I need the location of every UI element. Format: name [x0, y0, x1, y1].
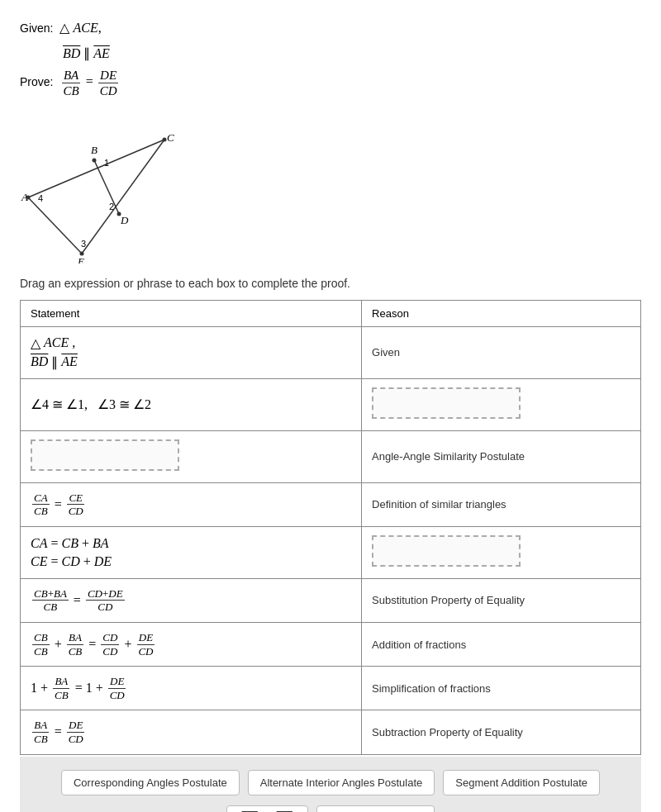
svg-line-2	[28, 197, 82, 254]
reason-subst: Substitution Property of Equality	[362, 578, 641, 622]
options-bar: Corresponding Angles Postulate Alternate…	[20, 757, 641, 812]
ac-congruent-ec-btn[interactable]: AC ≅ EC	[226, 805, 308, 812]
segment-addition-btn[interactable]: Segment Addition Postulate	[443, 770, 600, 795]
dashed-drop-1[interactable]	[372, 387, 521, 419]
given-section: Given: △ ACE, BD ∥ AE Prove: BACB = DECD	[20, 17, 641, 98]
svg-point-14	[93, 158, 97, 162]
ace-text: ACE	[44, 335, 69, 350]
reason-similar: Definition of similar triangles	[362, 482, 641, 526]
prove-label: Prove:	[20, 72, 53, 93]
reason-add-frac: Addition of fractions	[362, 622, 641, 666]
bd-parallel-ae: BD ∥ AE	[63, 42, 110, 66]
proof-table: Statement Reason △ACE, BD ∥ AE	[20, 300, 641, 755]
svg-text:E: E	[77, 255, 84, 264]
bd-overline: BD	[31, 354, 48, 369]
table-row: CBCB + BACB = CDCD + DECD Addition of fr…	[21, 622, 641, 666]
reason-subtract: Subtraction Property of Equality	[362, 710, 641, 754]
triangle-ace: △ ACE,	[59, 17, 101, 40]
table-row: 1 + BACB = 1 + DECD Simplification of fr…	[21, 667, 641, 710]
stmt-simplify: 1 + BACB = 1 + DECD	[21, 667, 362, 710]
drag-instruction: Drag an expression or phrase to each box…	[20, 277, 641, 290]
similar-text: Definition of similar triangles	[372, 498, 506, 510]
table-row: CACB = CECD Definition of similar triang…	[21, 482, 641, 526]
svg-text:C: C	[167, 131, 174, 144]
text-options-row: Corresponding Angles Postulate Alternate…	[61, 770, 600, 795]
stmt-angles: ∠4 ≅ ∠1, ∠3 ≅ ∠2	[21, 378, 362, 430]
corresponding-angles-btn[interactable]: Corresponding Angles Postulate	[61, 770, 240, 795]
dashed-drop-2[interactable]	[31, 439, 179, 471]
table-row: CB+BACB = CD+DECD Substitution Property …	[21, 578, 641, 622]
svg-text:B: B	[91, 144, 97, 156]
svg-text:D: D	[120, 214, 129, 226]
table-row: Angle-Angle Similarity Postulate	[21, 430, 641, 482]
reason-aa: Angle-Angle Similarity Postulate	[362, 430, 641, 482]
stmt-add-frac: CBCB + BACB = CDCD + DECD	[21, 622, 362, 666]
stmt-subst: CB+BACB = CD+DECD	[21, 578, 362, 622]
reason-given: Given	[362, 326, 641, 378]
svg-point-17	[80, 251, 84, 255]
svg-point-13	[26, 195, 31, 199]
prove-expr: BACB = DECD	[59, 68, 120, 98]
stmt-two-lines: CA = CB + BA CE = CD + DE	[21, 526, 362, 578]
table-row: CA = CB + BA CE = CD + DE	[21, 526, 641, 578]
stmt-frac1: CACB = CECD	[21, 482, 362, 526]
svg-text:2: 2	[109, 202, 114, 211]
aa-text: Angle-Angle Similarity Postulate	[372, 450, 525, 463]
alternate-interior-btn[interactable]: Alternate Interior Angles Postulate	[248, 770, 435, 795]
add-frac-text: Addition of fractions	[372, 639, 466, 651]
reason-dashed-3[interactable]	[362, 526, 641, 578]
diagram: A B C D E 4 1 2 3	[20, 107, 202, 264]
ace-similar-bcd-btn[interactable]: △ ACE ~ △ BCD	[316, 805, 435, 812]
math-options-row: AC ≅ EC △ ACE ~ △ BCD	[226, 805, 435, 812]
svg-text:4: 4	[38, 193, 43, 203]
triangle-symbol: △	[31, 335, 40, 351]
page: Given: △ ACE, BD ∥ AE Prove: BACB = DECD	[0, 0, 661, 812]
subst-text: Substitution Property of Equality	[372, 594, 525, 606]
svg-text:3: 3	[81, 239, 86, 249]
dashed-drop-3[interactable]	[372, 535, 521, 567]
stmt-given: △ACE, BD ∥ AE	[21, 326, 362, 378]
header-reason: Reason	[362, 300, 641, 326]
given-label: Given:	[20, 18, 53, 39]
given-reason-text: Given	[372, 346, 400, 359]
angle-stmt: ∠4 ≅ ∠1, ∠3 ≅ ∠2	[31, 397, 151, 412]
svg-point-16	[117, 211, 121, 216]
table-row: BACB = DECD Subtraction Property of Equa…	[21, 710, 641, 754]
stmt-subtract: BACB = DECD	[21, 710, 362, 754]
table-row: ∠4 ≅ ∠1, ∠3 ≅ ∠2	[21, 378, 641, 430]
table-row: △ACE, BD ∥ AE Given	[21, 326, 641, 378]
subtract-text: Subtraction Property of Equality	[372, 726, 523, 738]
ae-overline: AE	[61, 354, 78, 369]
comma: ,	[72, 335, 75, 350]
reason-simplify: Simplification of fractions	[362, 667, 641, 710]
svg-text:1: 1	[104, 158, 109, 168]
reason-dashed-1[interactable]	[362, 378, 641, 430]
stmt-dashed-2[interactable]	[21, 430, 362, 482]
header-statement: Statement	[21, 300, 362, 326]
svg-line-3	[94, 160, 119, 214]
parallel-sym: ∥	[51, 354, 58, 370]
simplify-text: Simplification of fractions	[372, 682, 491, 695]
svg-point-15	[163, 137, 167, 141]
geometry-diagram: A B C D E 4 1 2 3	[20, 107, 202, 264]
